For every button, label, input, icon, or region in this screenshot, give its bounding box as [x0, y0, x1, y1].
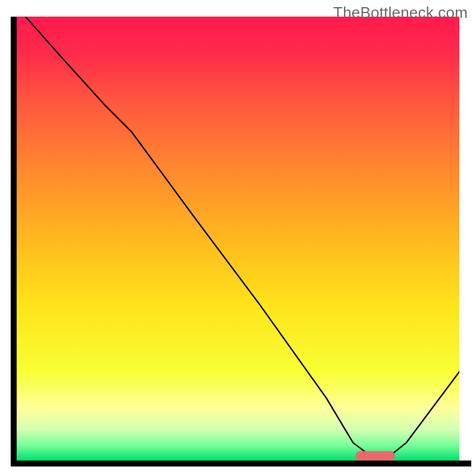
x-axis: [11, 461, 471, 466]
optimal-zone: [355, 451, 395, 461]
plot-inner: [17, 17, 459, 461]
watermark-label: TheBottleneck.com: [333, 4, 468, 22]
gradient-background: [17, 17, 459, 461]
y-axis: [11, 17, 17, 466]
plot-area: [11, 17, 465, 466]
chart-canvas: [17, 17, 459, 461]
chart-root: TheBottleneck.com: [0, 0, 476, 476]
